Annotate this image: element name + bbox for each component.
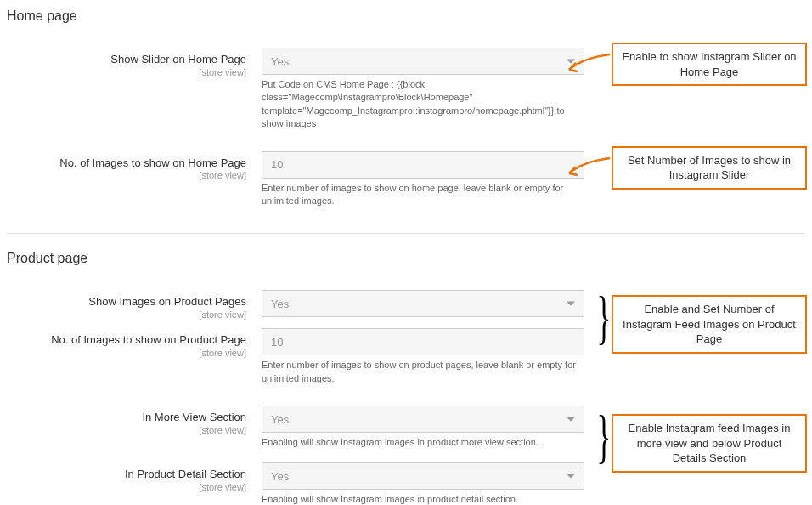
select-detail-section[interactable]: Yes [262,462,584,490]
divider [7,233,805,234]
label-num-images-product: No. of Images to show on Product Page [7,333,246,348]
field-detail-section: In Product Detail Section [store view] Y… [7,462,805,505]
callout-slider-home: Enable to show Instagram Slider on Home … [612,43,807,86]
label-more-view: In More View Section [7,411,246,425]
note-num-images-home: Enter number of images to show on home p… [262,182,584,208]
scope-label: [store view] [7,170,246,180]
callout-num-images-home: Set Number of Images to show in Instagra… [612,146,807,190]
section-title-home: Home page [7,9,805,24]
note-show-slider: Put Code on CMS Home Page : {{block clas… [262,78,584,131]
scope-label: [store view] [7,67,246,77]
label-detail-section: In Product Detail Section [7,468,246,482]
note-detail-section: Enabling will show Instagram images in p… [262,493,584,505]
field-more-view: In More View Section [store view] Yes En… [7,406,805,462]
label-show-slider: Show Slider on Home Page [7,53,246,67]
note-more-view: Enabling will show Instagram images in p… [262,436,584,449]
scope-label: [store view] [7,309,246,320]
input-num-images-product[interactable] [262,328,584,355]
note-num-images-product: Enter number of images to show on produc… [262,359,584,385]
section-title-product: Product page [7,251,805,266]
select-more-view[interactable]: Yes [262,406,584,433]
scope-label: [store view] [7,348,246,358]
input-num-images-home[interactable] [262,151,584,179]
section-product: Product page Show Images on Product Page… [7,251,805,505]
field-num-images-product: No. of Images to show on Product Page [s… [7,328,805,399]
field-show-slider-home: Show Slider on Home Page [store view] Ye… [7,48,805,145]
scope-label: [store view] [7,425,246,435]
section-home: Home page Show Slider on Home Page [stor… [7,9,805,221]
label-show-images-product: Show Images on Product Pages [7,295,246,309]
scope-label: [store view] [7,482,246,492]
select-show-images-product[interactable]: Yes [262,290,584,317]
select-show-slider-home[interactable]: Yes [262,48,584,75]
field-num-images-home: No. of Images to show on Home Page [stor… [7,151,805,222]
label-num-images-home: No. of Images to show on Home Page [7,156,246,171]
brace-icon: } [596,407,611,467]
field-show-images-product: Show Images on Product Pages [store view… [7,290,805,320]
